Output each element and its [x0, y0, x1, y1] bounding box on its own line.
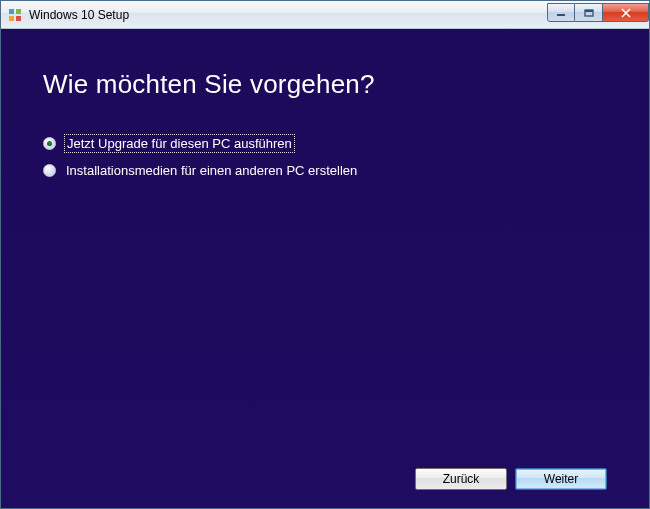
radio-icon [43, 164, 56, 177]
window-controls [547, 3, 649, 23]
back-button[interactable]: Zurück [415, 468, 507, 490]
svg-rect-6 [585, 10, 593, 12]
option-create-media[interactable]: Installationsmedien für einen anderen PC… [43, 163, 607, 178]
options-group: Jetzt Upgrade für diesen PC ausführen In… [43, 136, 607, 178]
content-area: Wie möchten Sie vorgehen? Jetzt Upgrade … [1, 29, 649, 508]
radio-icon [43, 137, 56, 150]
footer-buttons: Zurück Weiter [43, 468, 607, 492]
page-heading: Wie möchten Sie vorgehen? [43, 69, 607, 100]
svg-rect-0 [9, 9, 14, 14]
svg-rect-2 [9, 16, 14, 21]
svg-rect-1 [16, 9, 21, 14]
app-icon [7, 7, 23, 23]
window-title: Windows 10 Setup [29, 8, 547, 22]
option-label: Jetzt Upgrade für diesen PC ausführen [66, 136, 293, 151]
option-label: Installationsmedien für einen anderen PC… [66, 163, 357, 178]
next-button[interactable]: Weiter [515, 468, 607, 490]
minimize-button[interactable] [547, 3, 575, 22]
svg-rect-3 [16, 16, 21, 21]
option-upgrade[interactable]: Jetzt Upgrade für diesen PC ausführen [43, 136, 607, 151]
maximize-button[interactable] [575, 3, 603, 22]
svg-rect-4 [557, 14, 565, 16]
title-bar[interactable]: Windows 10 Setup [1, 1, 649, 29]
close-button[interactable] [603, 3, 649, 22]
setup-window: Windows 10 Setup Wie möchten Sie vorgehe… [0, 0, 650, 509]
